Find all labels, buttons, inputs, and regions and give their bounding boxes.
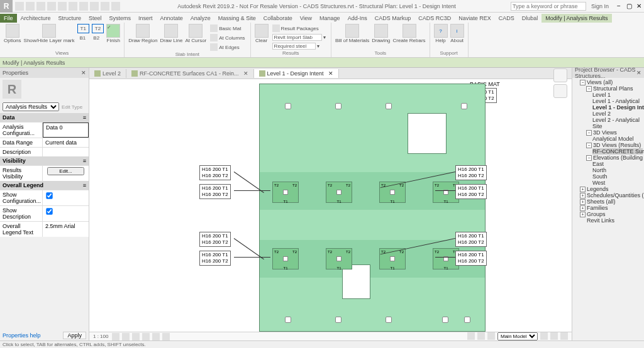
crop-icon[interactable] [152,333,160,340]
nav-wheel-icon[interactable] [553,84,567,98]
column-element[interactable]: T2T2T1 [326,182,352,203]
tab-modify-analysis[interactable]: Modify | Analysis Results [541,14,611,23]
analysis-config-value[interactable]: Data 0 [43,122,89,138]
data-range-value[interactable]: Current data [43,138,89,147]
quick-access-toolbar[interactable] [13,2,123,11]
at-edges-button[interactable]: At Edges [209,43,246,52]
tab-cads-rc3d[interactable]: CADS RC3D [414,14,455,23]
tree-item[interactable]: North [592,167,643,173]
tab-architecture[interactable]: Architecture [17,14,55,23]
help-button[interactable]: ?Help [434,24,448,43]
tab-close-icon[interactable]: ✕ [243,70,248,77]
options-button[interactable]: Options [4,24,21,43]
tab-annotate[interactable]: Annotate [157,14,187,23]
hide-icon[interactable] [162,333,170,340]
tab-structure[interactable]: Structure [55,14,86,23]
column-element[interactable]: T2T2T1 [326,248,352,269]
b1-toggle[interactable]: B1 [77,34,89,42]
design-options-icon[interactable] [477,332,485,340]
tree-item[interactable]: East [592,161,643,167]
properties-close-icon[interactable]: ✕ [81,70,86,76]
column-element[interactable]: T2T2T1 [272,248,299,269]
tab-analyze[interactable]: Analyze [187,14,214,23]
tree-item[interactable]: RF-CONCRETE Surfaces CA1 [592,148,643,155]
model-selector[interactable]: Main Model [497,332,538,340]
tree-item[interactable]: Sheets (all) [587,198,616,205]
revit-import-dropdown[interactable]: Revit Import Slab▾ [271,33,327,41]
draw-region-button[interactable]: Draw Region [128,24,157,43]
navigation-bar[interactable] [553,68,570,106]
tree-item[interactable]: Revit Links [587,217,614,224]
apply-button[interactable]: Apply [63,332,86,339]
tab-manage[interactable]: Manage [316,14,344,23]
clear-button[interactable]: Clear [255,24,269,43]
browser-tree[interactable]: −Views (all) −Structural Plans Level 1 L… [572,78,644,340]
maximize-icon[interactable]: ▢ [624,1,634,11]
browser-close-icon[interactable]: ✕ [636,70,641,76]
tab-systems[interactable]: Systems [106,14,135,23]
detail-level-icon[interactable] [112,333,119,340]
at-cursor-button[interactable]: At Cursor [185,24,206,43]
drawing-button[interactable]: Drawing [372,24,390,43]
description-value[interactable] [43,148,89,156]
nav-home-icon[interactable] [553,68,567,82]
view-tab[interactable]: Level 2 [89,69,126,78]
tree-item[interactable]: Schedules/Quantities (all) [587,192,644,198]
tree-item[interactable]: Analytical Model [592,136,643,142]
tree-item[interactable]: Level 2 - Analytical [592,117,643,123]
basic-mat-button[interactable]: Basic Mat [209,24,246,33]
sun-path-icon[interactable] [132,333,140,340]
sign-in-link[interactable]: Sign In [586,3,614,9]
b2-toggle[interactable]: B2 [91,34,102,42]
expand-icon[interactable]: ≡ [83,114,86,121]
minimize-icon[interactable]: − [614,1,624,11]
properties-help-link[interactable]: Properties help [3,332,41,339]
results-visibility-edit-button[interactable]: Edit... [47,167,84,175]
slab-element[interactable]: T2T2T1 T2T2T1 T2T2T1 T2T2T1 T2T2T1 T2T2T… [259,84,486,332]
t1-toggle[interactable]: T1 [77,24,89,33]
legend-text-value[interactable]: 2.5mm Arial [43,222,89,237]
tree-item[interactable]: Level 1 - Analytical [592,98,643,104]
tab-cads[interactable]: CADS [495,14,518,23]
show-config-checkbox[interactable] [46,192,52,198]
bom-button[interactable]: Bill of Materials [335,24,369,43]
tree-item[interactable]: Legends [587,186,609,192]
tab-insert[interactable]: Insert [135,14,157,23]
worksharing-icon[interactable] [467,332,475,340]
expand-icon[interactable]: ≡ [83,182,86,188]
tab-file[interactable]: File [0,14,17,23]
tab-close-icon[interactable]: ✕ [328,70,333,77]
tab-massing[interactable]: Massing & Site [214,14,260,23]
shadows-icon[interactable] [142,333,150,340]
tree-item[interactable]: West [592,180,643,186]
slab-opening[interactable] [408,113,447,154]
about-button[interactable]: iAbout [450,24,464,43]
search-input[interactable] [511,2,586,11]
tree-item[interactable]: Site [592,123,643,129]
tree-item[interactable]: Families [587,205,608,211]
tree-item-active[interactable]: Level 1 - Design Intent [592,104,643,111]
create-rebars-button[interactable]: Create Rebars [393,24,426,43]
reveal-icon[interactable] [550,332,558,340]
tree-item[interactable]: Level 1 [592,92,643,98]
visual-style-icon[interactable] [122,333,130,340]
close-icon[interactable]: ✕ [634,1,644,11]
draw-line-button[interactable]: Draw Line [160,24,182,43]
tree-item[interactable]: Groups [587,211,606,217]
tab-naviate[interactable]: Naviate REX [455,14,495,23]
scale-value[interactable]: 1 : 100 [93,334,108,339]
edit-type-button[interactable]: Edit Type [62,104,86,110]
result-packages-dropdown[interactable]: Result Packages [271,24,327,33]
at-columns-button[interactable]: At Columns [209,33,246,42]
tab-steel[interactable]: Steel [85,14,106,23]
drawing-canvas[interactable]: BASIC MAT H16 200 T1H16 200 T2 T2T2T1 T2… [89,79,572,340]
tab-view[interactable]: View [296,14,316,23]
tree-item[interactable]: Level 2 [592,111,643,117]
view-tab[interactable]: RF-CONCRETE Surfaces CA1 - Rein...✕ [126,69,254,78]
show-description-checkbox[interactable] [46,208,52,214]
showhide-button[interactable]: Show/Hide Layer mark [24,24,75,43]
expand-icon[interactable]: ≡ [83,158,86,164]
required-steel-dropdown[interactable]: Required steel▾ [271,42,327,50]
column-element[interactable]: T2T2T1 [272,182,299,203]
finish-button[interactable]: ✓Finish [106,24,120,43]
